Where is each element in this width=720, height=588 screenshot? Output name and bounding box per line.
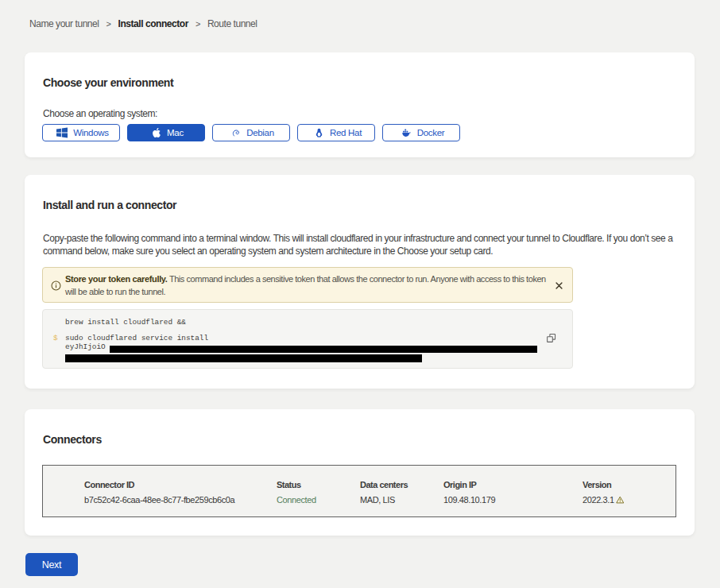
os-button-row: Windows Mac Debian Red Hat [42,124,460,141]
alert-title: Store your token carefully. [65,274,168,284]
breadcrumb-route-tunnel[interactable]: Route tunnel [207,18,257,29]
tux-icon [314,128,324,138]
cell-data-centers: MAD, LIS [360,495,395,505]
os-button-label: Debian [246,128,274,137]
os-button-docker[interactable]: Docker [382,124,460,141]
breadcrumb-name-your-tunnel[interactable]: Name your tunnel [29,18,99,29]
token-redaction-bar-2 [65,354,422,362]
os-label: Choose an operating system: [43,108,157,119]
column-header-connector-id: Connector ID [84,480,134,489]
breadcrumb-install-connector[interactable]: Install connector [118,18,188,29]
token-warning-alert: Store your token carefully. This command… [42,267,573,303]
windows-icon [56,127,68,138]
breadcrumb: Name your tunnel > Install connector > R… [29,18,257,29]
cell-status: Connected [277,495,316,505]
code-token-prefix: eyJhIjoiO [65,342,106,351]
column-header-origin-ip: Origin IP [443,480,476,489]
choose-environment-card: Choose your environment Choose an operat… [25,52,695,157]
info-circle-icon [51,280,61,291]
alert-close-button[interactable] [554,280,563,290]
connectors-card: Connectors Connector ID Status Data cent… [25,409,695,536]
code-line-sudo: sudo cloudflared service install [65,334,208,342]
warning-triangle-icon [616,496,625,505]
os-button-label: Docker [417,128,445,137]
token-redaction-bar-1 [110,346,537,354]
cell-origin-ip: 109.48.10.179 [443,495,495,505]
install-connector-title: Install and run a connector [43,199,176,211]
connectors-table: Connector ID Status Data centers Origin … [42,465,676,517]
breadcrumb-separator: > [106,19,111,29]
copy-icon [546,333,556,343]
debian-icon [231,128,241,137]
install-description: Copy-paste the following command into a … [43,232,679,257]
code-line-brew: brew install cloudflared && [65,318,186,327]
os-button-label: Mac [167,128,184,137]
os-button-redhat[interactable]: Red Hat [297,124,375,141]
os-button-label: Windows [73,128,109,137]
os-button-label: Red Hat [330,128,362,137]
alert-text: Store your token carefully. This command… [65,273,552,298]
install-connector-card: Install and run a connector Copy-paste t… [25,175,695,389]
close-icon [555,282,563,289]
code-prompt: $ [53,334,58,342]
version-value-with-warning: 2022.3.1 [583,495,624,505]
column-header-data-centers: Data centers [360,480,408,489]
apple-icon [152,128,161,137]
choose-environment-title: Choose your environment [43,76,173,89]
cell-connector-id: b7c52c42-6caa-48ee-8c77-fbe259cb6c0a [84,495,234,505]
cell-version: 2022.3.1 [583,495,624,505]
os-button-debian[interactable]: Debian [212,124,290,141]
os-button-mac[interactable]: Mac [127,124,205,141]
install-command-codeblock: brew install cloudflared && $ sudo cloud… [42,309,573,369]
next-button[interactable]: Next [25,553,78,576]
docker-icon [401,128,412,138]
connectors-title: Connectors [43,433,102,446]
breadcrumb-separator: > [195,19,200,29]
column-header-status: Status [277,480,301,489]
version-text: 2022.3.1 [583,495,614,505]
os-button-windows[interactable]: Windows [42,124,120,141]
column-header-version: Version [583,480,611,489]
copy-button[interactable] [546,333,556,343]
